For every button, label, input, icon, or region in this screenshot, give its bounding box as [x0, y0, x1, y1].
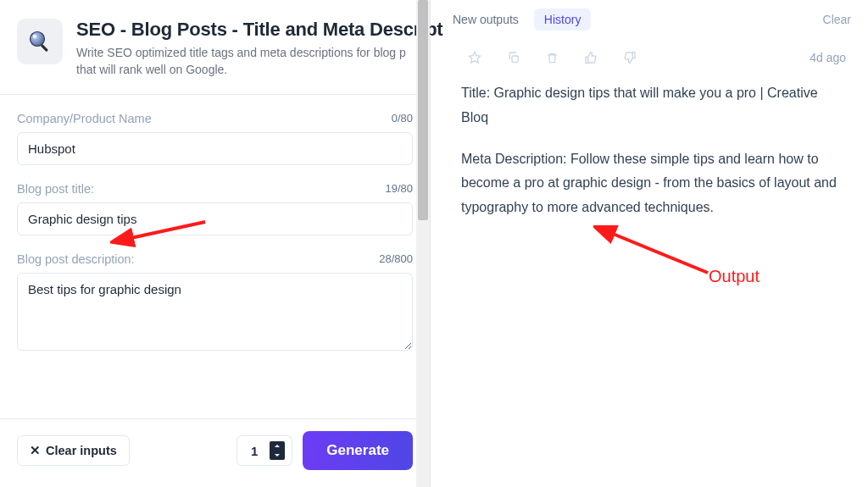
form: Company/Product Name 0/80 Blog post titl…: [0, 95, 430, 418]
left-panel: SEO - Blog Posts - Title and Meta Descri…: [0, 0, 431, 487]
clear-inputs-label: Clear inputs: [46, 444, 117, 457]
field-blog-description: Blog post description: 28/800: [17, 252, 413, 354]
quantity-stepper[interactable]: 1: [236, 435, 292, 466]
field-blog-title: Blog post title: 19/80: [17, 182, 413, 235]
stepper-icon[interactable]: [270, 441, 285, 460]
star-icon[interactable]: [468, 51, 481, 64]
generate-button[interactable]: Generate: [303, 431, 413, 470]
counter-company: 0/80: [392, 112, 413, 125]
clear-inputs-button[interactable]: ✕ Clear inputs: [17, 435, 130, 466]
svg-point-0: [31, 32, 45, 47]
trash-icon[interactable]: [546, 52, 559, 64]
magnifier-icon: [17, 19, 63, 64]
output-meta-text: Meta Description: Follow these simple ti…: [461, 147, 846, 220]
field-company: Company/Product Name 0/80: [17, 112, 413, 165]
scrollbar-thumb[interactable]: [418, 0, 428, 220]
input-company[interactable]: [17, 132, 413, 165]
tab-history[interactable]: History: [534, 8, 592, 30]
right-panel: New outputs History Clear 4d ago Title:: [431, 0, 868, 487]
input-blog-title[interactable]: [17, 202, 413, 235]
svg-point-1: [33, 35, 37, 39]
template-title: SEO - Blog Posts - Title and Meta Descri…: [76, 19, 443, 41]
annotation-label: Output: [709, 267, 760, 286]
label-company: Company/Product Name: [17, 112, 152, 125]
svg-rect-4: [512, 56, 518, 62]
template-subtitle: Write SEO optimized title tags and meta …: [76, 44, 415, 79]
svg-marker-3: [469, 52, 480, 63]
tab-new-outputs[interactable]: New outputs: [453, 13, 519, 26]
clear-link[interactable]: Clear: [823, 13, 851, 26]
header-text: SEO - Blog Posts - Title and Meta Descri…: [76, 19, 443, 79]
counter-blog-description: 28/800: [379, 252, 413, 265]
output-content: Title: Graphic design tips that will mak…: [431, 76, 868, 237]
label-blog-title: Blog post title:: [17, 182, 94, 196]
output-title-text: Title: Graphic design tips that will mak…: [461, 81, 846, 130]
thumbs-down-icon[interactable]: [623, 51, 637, 64]
output-timestamp: 4d ago: [810, 51, 846, 64]
actions-row: 4d ago: [431, 37, 868, 76]
thumbs-up-icon[interactable]: [584, 51, 598, 64]
app-root: SEO - Blog Posts - Title and Meta Descri…: [0, 0, 868, 487]
tabs-row: New outputs History Clear: [431, 0, 868, 37]
svg-rect-2: [41, 44, 48, 52]
label-blog-description: Blog post description:: [17, 252, 135, 266]
x-icon: ✕: [30, 444, 41, 457]
footer-bar: ✕ Clear inputs 1 Generate: [0, 418, 430, 487]
scrollbar[interactable]: [416, 0, 430, 487]
template-header: SEO - Blog Posts - Title and Meta Descri…: [0, 0, 430, 94]
copy-icon[interactable]: [507, 51, 520, 64]
quantity-value: 1: [251, 444, 258, 458]
counter-blog-title: 19/80: [385, 182, 413, 195]
textarea-blog-description[interactable]: [17, 273, 413, 351]
